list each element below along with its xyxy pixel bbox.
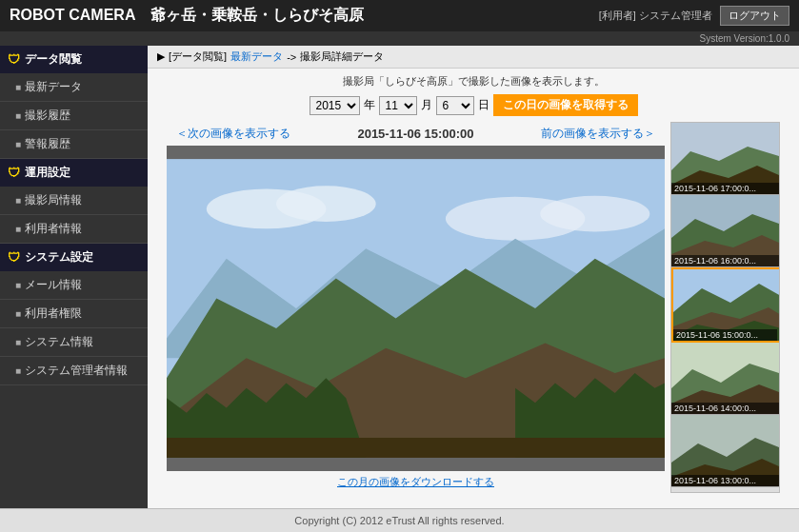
header-right: [利用者] システム管理者 ログアウト: [599, 6, 789, 26]
bullet-icon: ■: [15, 365, 21, 376]
user-info: [利用者] システム管理者: [599, 9, 712, 23]
sidebar-item-admin-info[interactable]: ■ システム管理者情報: [0, 357, 148, 385]
sidebar-label-alert-history: 警報履歴: [25, 136, 70, 152]
breadcrumb-latest-data[interactable]: 最新データ: [230, 49, 283, 64]
breadcrumb-icon: ▶: [157, 50, 165, 63]
thumbnail-item-1600[interactable]: 2015-11-06 16:00:0...: [671, 195, 779, 267]
svg-point-2: [276, 186, 376, 222]
content-area: 撮影局「しらびそ高原」で撮影した画像を表示します。 20152014201320…: [148, 69, 799, 499]
thumbnail-item-1400[interactable]: 2015-11-06 14:00:0...: [671, 343, 779, 415]
thumbnail-strip[interactable]: 2015-11-06 17:00:0... 2015-11-06 16:00:0…: [670, 122, 780, 493]
sidebar-section-data-browse: 🛡 データ閲覧: [0, 46, 148, 73]
month-label: 月: [421, 97, 432, 113]
breadcrumb-arrow: ->: [287, 51, 296, 63]
day-select[interactable]: 1234567891011121314151617181920212223242…: [436, 96, 474, 115]
bullet-icon: ■: [15, 195, 21, 206]
sidebar-item-system-info[interactable]: ■ システム情報: [0, 328, 148, 357]
thumb-label-1400: 2015-11-06 14:00:0...: [671, 403, 779, 414]
sidebar-label-station-info: 撮影局情報: [25, 192, 82, 208]
date-controls: 2015201420132012 年 123456789101112 月 123…: [157, 94, 789, 116]
thumbnail-item-1700[interactable]: 2015-11-06 17:00:0...: [671, 123, 779, 195]
day-label: 日: [478, 97, 489, 113]
bullet-icon: ■: [15, 308, 21, 319]
sidebar-item-photo-history[interactable]: ■ 撮影履歴: [0, 102, 148, 130]
thumbnail-item-extra1[interactable]: 2015-11-06 13:00:0...: [671, 415, 779, 487]
sidebar-item-station-info[interactable]: ■ 撮影局情報: [0, 187, 148, 215]
footer: Copyright (C) 2012 eTrust All rights res…: [0, 508, 799, 532]
sidebar-label-mail-info: メール情報: [25, 277, 82, 293]
thumb-label-extra1: 2015-11-06 13:00:0...: [671, 475, 779, 486]
breadcrumb: ▶ [データ閲覧] 最新データ -> 撮影局詳細データ: [148, 46, 799, 69]
bullet-icon: ■: [15, 224, 21, 234]
sidebar-label-user-permissions: 利用者権限: [25, 305, 82, 322]
current-datetime: 2015-11-06 15:00:00: [357, 127, 473, 141]
thumb-label-1500: 2015-11-06 15:00:0...: [673, 329, 777, 341]
breadcrumb-data-browse: [データ閲覧]: [169, 49, 227, 64]
sidebar-label-user-info: 利用者情報: [25, 221, 82, 237]
sidebar: 🛡 データ閲覧 ■ 最新データ ■ 撮影履歴 ■ 警報履歴 🛡 運用設定 ■ 撮…: [0, 46, 148, 531]
sidebar-item-alert-history[interactable]: ■ 警報履歴: [0, 130, 148, 159]
svg-rect-10: [167, 438, 665, 458]
shield-icon3: 🛡: [8, 250, 20, 265]
image-area: ＜次の画像を表示する 2015-11-06 15:00:00 前の画像を表示する…: [157, 122, 789, 493]
bullet-icon: ■: [15, 139, 21, 149]
sidebar-label-latest-data: 最新データ: [25, 79, 82, 95]
mountain-image: [167, 146, 665, 471]
next-image-link[interactable]: 前の画像を表示する＞: [541, 126, 655, 142]
sidebar-section1-label: データ閲覧: [25, 51, 82, 68]
main-content: ▶ [データ閲覧] 最新データ -> 撮影局詳細データ 撮影局「しらびそ高原」で…: [148, 46, 799, 531]
sidebar-item-latest-data[interactable]: ■ 最新データ: [0, 73, 148, 102]
system-version: System Version:1.0.0: [0, 31, 799, 46]
user-name: システム管理者: [639, 10, 712, 21]
bullet-icon: ■: [15, 337, 21, 347]
year-label: 年: [364, 97, 375, 113]
sidebar-section3-label: システム設定: [25, 249, 93, 266]
thumb-label-1600: 2015-11-06 16:00:0...: [671, 255, 779, 266]
bullet-icon: ■: [15, 280, 21, 290]
sidebar-section-system: 🛡 システム設定: [0, 244, 148, 271]
sidebar-label-system-info: システム情報: [25, 334, 93, 350]
breadcrumb-current: 撮影局詳細データ: [300, 49, 384, 64]
svg-point-4: [540, 196, 649, 232]
sidebar-item-mail-info[interactable]: ■ メール情報: [0, 271, 148, 300]
fetch-images-button[interactable]: この日の画像を取得する: [493, 94, 638, 116]
nav-row: ＜次の画像を表示する 2015-11-06 15:00:00 前の画像を表示する…: [167, 122, 665, 146]
sidebar-label-photo-history: 撮影履歴: [25, 108, 70, 124]
station-description: 撮影局「しらびそ高原」で撮影した画像を表示します。: [157, 74, 789, 89]
download-row: この月の画像をダウンロードする: [167, 471, 665, 493]
month-select[interactable]: 123456789101112: [379, 96, 417, 115]
user-label: [利用者]: [599, 10, 636, 21]
footer-copyright: Copyright (C) 2012 eTrust All rights res…: [294, 515, 504, 526]
shield-icon: 🛡: [8, 52, 20, 67]
bullet-icon: ■: [15, 110, 21, 121]
header-title: ROBOT CAMERA 爺ヶ岳・乗鞍岳・しらびそ高原: [10, 6, 364, 26]
sidebar-item-user-permissions[interactable]: ■ 利用者権限: [0, 300, 148, 328]
thumb-label-1700: 2015-11-06 17:00:0...: [671, 183, 779, 194]
layout: 🛡 データ閲覧 ■ 最新データ ■ 撮影履歴 ■ 警報履歴 🛡 運用設定 ■ 撮…: [0, 46, 799, 531]
bullet-icon: ■: [15, 82, 21, 92]
logout-button[interactable]: ログアウト: [720, 6, 789, 26]
thumbnail-item-1500[interactable]: 2015-11-06 15:00:0...: [671, 267, 779, 343]
year-select[interactable]: 2015201420132012: [310, 96, 360, 115]
download-link[interactable]: この月の画像をダウンロードする: [337, 476, 494, 487]
sidebar-section-operation: 🛡 運用設定: [0, 159, 148, 187]
main-image: [167, 146, 665, 471]
header: ROBOT CAMERA 爺ヶ岳・乗鞍岳・しらびそ高原 [利用者] システム管理…: [0, 0, 799, 31]
prev-image-link[interactable]: ＜次の画像を表示する: [176, 126, 290, 142]
shield-icon2: 🛡: [8, 166, 20, 180]
sidebar-item-user-info[interactable]: ■ 利用者情報: [0, 215, 148, 244]
sidebar-label-admin-info: システム管理者情報: [25, 363, 128, 379]
sidebar-section2-label: 運用設定: [25, 165, 70, 181]
